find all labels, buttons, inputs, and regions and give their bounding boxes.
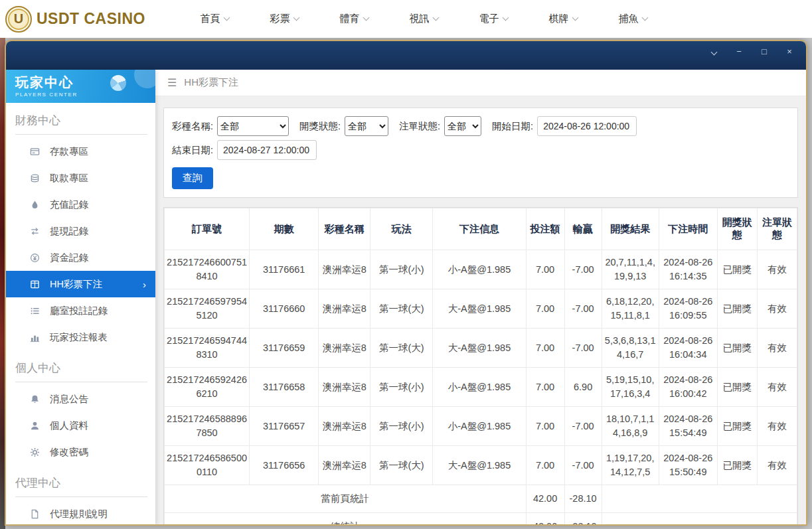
nav-item[interactable]: 電子 — [459, 13, 528, 25]
nav-item[interactable]: 棋牌 — [528, 13, 598, 25]
table-cell: 大-A盤@1.985 — [433, 289, 526, 329]
sidebar-item[interactable]: 修改密碼› — [6, 439, 155, 465]
sidebar-item[interactable]: 充值記錄› — [6, 191, 155, 218]
table-cell: 2152172465865000110 — [165, 446, 250, 485]
filter-label: 開始日期: — [492, 120, 533, 133]
sidebar-item[interactable]: HH彩票下注› — [6, 271, 155, 297]
filter-date-input[interactable] — [537, 116, 637, 136]
table-cell: 7.00 — [526, 368, 564, 407]
sidebar-section-title: 個人中心 — [15, 360, 147, 382]
table-cell: 已開獎 — [717, 250, 757, 289]
summary-empty-cell — [602, 485, 797, 513]
sidebar-item-label: 充值記錄 — [50, 198, 88, 211]
nav-item-label: 視訊 — [409, 13, 429, 25]
filter-item: 開獎狀態:全部 — [299, 116, 388, 136]
table-cell: 小-A盤@1.985 — [433, 250, 526, 289]
sidebar-item[interactable]: 存款專區› — [6, 138, 155, 165]
table-cell: 18,10,7,1,14,16,8,9 — [602, 407, 659, 446]
table-cell: 第一球(大) — [370, 446, 433, 485]
table-cell: 第一球(小) — [370, 407, 433, 446]
sidebar-item[interactable]: 個人資料› — [6, 412, 155, 439]
table-cell: 31176659 — [250, 329, 319, 368]
sidebar-item[interactable]: 廳室投註記錄› — [6, 297, 155, 324]
sidebar-item[interactable]: 資金記錄› — [6, 244, 155, 271]
chevron-down-icon[interactable] — [709, 47, 718, 56]
table-cell: 大-A盤@1.985 — [433, 446, 526, 485]
table-header-row: 訂單號期數彩種名稱玩法下注信息投注額輸贏開獎結果下注時間開獎狀態注單狀態 — [165, 208, 797, 250]
nav-item-label: 彩票 — [270, 13, 289, 25]
filter-select[interactable]: 全部 — [217, 116, 289, 136]
withdraw-icon — [29, 173, 40, 183]
sidebar-item-label: 取款專區 — [50, 172, 88, 185]
close-icon[interactable]: × — [785, 47, 794, 56]
sidebar-item[interactable]: 取款專區› — [6, 165, 155, 191]
logo-text: USDT CASINO — [37, 10, 145, 28]
nav-item[interactable]: 彩票 — [250, 13, 319, 25]
chevron-down-icon — [363, 15, 370, 21]
bell-icon — [29, 394, 40, 404]
sidebar-item-label: 廳室投註記錄 — [50, 305, 108, 317]
table-cell: 31176661 — [250, 250, 319, 289]
chevron-right-icon: › — [143, 279, 146, 290]
table-cell: 第一球(小) — [370, 250, 433, 289]
table-cell: -7.00 — [564, 446, 602, 485]
table-cell: 2152172465979545120 — [165, 289, 250, 329]
table-header-cell: 玩法 — [370, 208, 433, 250]
table-cell: 澳洲幸运8 — [319, 329, 370, 368]
breadcrumb: ☰ HH彩票下注 — [155, 70, 806, 96]
sidebar-section-title: 財務中心 — [15, 113, 147, 135]
filter-select[interactable]: 全部 — [345, 116, 388, 136]
summary-bet-total: 42.00 — [526, 513, 564, 524]
filter-item: 結束日期: — [172, 140, 317, 160]
window-titlebar: −□× — [6, 41, 806, 70]
top-nav-menu: 首頁彩票體育視訊電子棋牌捕魚 — [180, 13, 668, 25]
table-header-cell: 開獎狀態 — [717, 208, 757, 250]
sidebar-item-label: 代理規則說明 — [50, 508, 108, 520]
cashout-icon — [29, 226, 40, 236]
table-cell: 澳洲幸运8 — [319, 446, 370, 485]
table-cell: 6.90 — [564, 368, 602, 407]
filter-panel: 彩種名稱:全部開獎狀態:全部注單狀態:全部開始日期:結束日期: 查詢 — [163, 108, 798, 198]
deposit-icon — [29, 146, 40, 157]
main-area: ☰ HH彩票下注 彩種名稱:全部開獎狀態:全部注單狀態:全部開始日期:結束日期:… — [155, 70, 806, 524]
table-cell: 31176660 — [250, 289, 319, 329]
sidebar-item[interactable]: 消息公告› — [6, 386, 155, 412]
table-cell: 2024-08-26 16:14:35 — [659, 250, 717, 289]
lottery-icon — [29, 279, 40, 289]
table-cell: 2152172465947448310 — [165, 329, 250, 368]
table-header-cell: 下注時間 — [659, 208, 717, 250]
nav-item-label: 捕魚 — [618, 13, 638, 25]
table-cell: 已開獎 — [717, 407, 757, 446]
minimize-icon[interactable]: − — [734, 47, 744, 56]
table-cell: -7.00 — [564, 329, 602, 368]
hamburger-menu-icon[interactable]: ☰ — [167, 76, 177, 89]
nav-item[interactable]: 視訊 — [389, 13, 459, 25]
table-cell: 已開獎 — [717, 289, 757, 329]
filter-label: 開獎狀態: — [299, 120, 341, 133]
table-row: 215217246588896785031176657澳洲幸运8第一球(小)小-… — [165, 407, 797, 446]
filter-date-input[interactable] — [217, 140, 317, 160]
table-cell: 2152172466007518410 — [165, 250, 250, 289]
filter-select[interactable]: 全部 — [444, 116, 481, 136]
maximize-icon[interactable]: □ — [760, 47, 769, 56]
nav-item[interactable]: 體育 — [319, 13, 389, 25]
nav-item[interactable]: 捕魚 — [598, 13, 668, 25]
bets-table-card: 訂單號期數彩種名稱玩法下注信息投注額輸贏開獎結果下注時間開獎狀態注單狀態 215… — [163, 207, 798, 524]
filter-label: 結束日期: — [172, 144, 213, 157]
sidebar-item[interactable]: 玩家投注報表› — [6, 324, 155, 350]
sidebar-item-label: 消息公告 — [50, 393, 88, 406]
table-cell: 31176658 — [250, 368, 319, 407]
nav-item-label: 首頁 — [200, 13, 220, 25]
gear-icon — [29, 447, 40, 457]
recharge-icon — [29, 199, 40, 210]
sidebar-item[interactable]: 提現記錄› — [6, 218, 155, 244]
query-button[interactable]: 查詢 — [172, 167, 213, 189]
sidebar-item-label: 玩家投注報表 — [50, 331, 108, 344]
table-cell: 7.00 — [526, 329, 564, 368]
chevron-down-icon — [433, 15, 440, 21]
sidebar-item[interactable]: 代理規則說明› — [6, 500, 155, 524]
sidebar-item-label: 個人資料 — [50, 419, 88, 432]
sidebar-menu: 財務中心存款專區›取款專區›充值記錄›提現記錄›資金記錄›HH彩票下注›廳室投註… — [6, 113, 155, 524]
table-cell: 7.00 — [526, 250, 564, 289]
nav-item[interactable]: 首頁 — [180, 13, 250, 25]
